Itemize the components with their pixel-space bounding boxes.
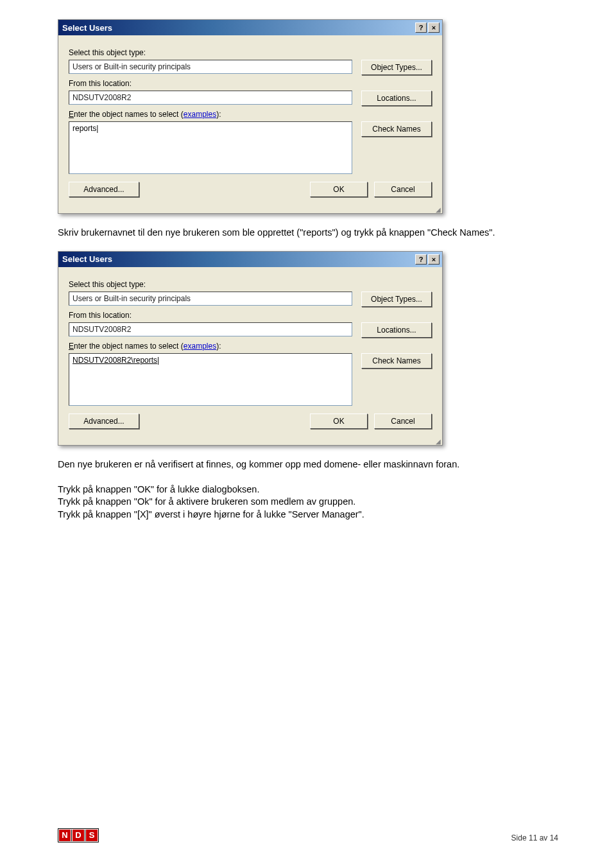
object-type-field: Users or Built-in security principals	[69, 60, 352, 74]
nds-logo: N D S	[58, 828, 99, 842]
titlebar: Select Users ? ×	[58, 20, 442, 35]
object-names-value: NDSUTV2008R2\reports	[73, 356, 157, 365]
location-field: NDSUTV2008R2	[69, 322, 352, 336]
logo-letter-d: D	[73, 830, 84, 841]
ok-button[interactable]: OK	[310, 414, 368, 429]
object-type-label: Select this object type:	[69, 48, 432, 57]
location-label: From this location:	[69, 311, 432, 320]
instruction-line: Trykk på knappen "Ok" for å aktivere bru…	[58, 496, 558, 509]
examples-link[interactable]: examples	[184, 342, 216, 351]
object-names-label: EEnter the object names to select (nter …	[69, 110, 432, 119]
object-type-field: Users or Built-in security principals	[69, 292, 352, 306]
instruction-line: Den nye brukeren er nå verifisert at fin…	[58, 458, 558, 471]
logo-letter-s: S	[86, 830, 98, 841]
instruction-line: Trykk på knappen "OK" for å lukke dialog…	[58, 484, 558, 496]
resize-grip-icon[interactable]: ◢	[58, 207, 442, 213]
instruction-line: Trykk på knappen "[X]" øverst i høyre hj…	[58, 509, 558, 521]
resize-grip-icon[interactable]: ◢	[58, 439, 442, 445]
titlebar: Select Users ? ×	[58, 252, 442, 267]
instruction-text-1: Skriv brukernavnet til den nye brukeren …	[58, 227, 558, 240]
close-button[interactable]: ×	[428, 254, 440, 265]
object-types-button[interactable]: Object Types...	[361, 292, 432, 307]
page-number: Side 11 av 14	[511, 833, 558, 842]
object-names-value: reports	[73, 124, 96, 133]
close-button[interactable]: ×	[428, 22, 440, 33]
ok-button[interactable]: OK	[310, 182, 368, 197]
locations-button[interactable]: Locations...	[361, 322, 432, 338]
cancel-button[interactable]: Cancel	[374, 414, 432, 429]
object-names-field[interactable]: NDSUTV2008R2\reports|	[69, 353, 352, 406]
object-names-field[interactable]: reports|	[69, 121, 352, 174]
object-types-button[interactable]: Object Types...	[361, 60, 432, 75]
select-users-dialog-2: Select Users ? × Select this object type…	[58, 251, 443, 446]
advanced-button[interactable]: Advanced...	[69, 414, 139, 429]
dialog-title: Select Users	[62, 254, 112, 264]
location-label: From this location:	[69, 79, 432, 88]
advanced-button[interactable]: Advanced...	[69, 182, 139, 197]
instruction-text-2: Den nye brukeren er nå verifisert at fin…	[58, 458, 558, 521]
logo-letter-n: N	[59, 830, 71, 841]
cancel-button[interactable]: Cancel	[374, 182, 432, 197]
select-users-dialog-1: Select Users ? × Select this object type…	[58, 19, 443, 214]
check-names-button[interactable]: Check Names	[361, 353, 432, 369]
help-button[interactable]: ?	[415, 22, 427, 33]
dialog-title: Select Users	[62, 23, 112, 33]
locations-button[interactable]: Locations...	[361, 91, 432, 106]
location-field: NDSUTV2008R2	[69, 91, 352, 105]
object-names-label: Enter the object names to select (exampl…	[69, 342, 432, 351]
help-button[interactable]: ?	[415, 254, 427, 265]
check-names-button[interactable]: Check Names	[361, 121, 432, 137]
examples-link[interactable]: examples	[184, 110, 216, 119]
object-type-label: Select this object type:	[69, 280, 432, 289]
